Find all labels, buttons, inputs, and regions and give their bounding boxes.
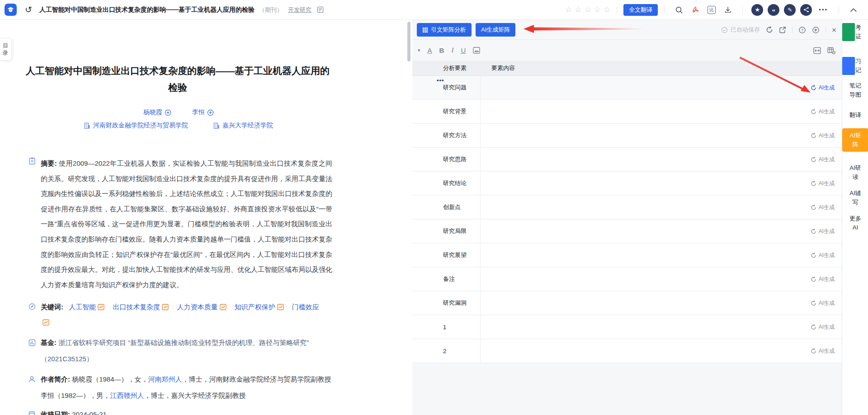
star-icon[interactable]: ☆ <box>575 5 581 14</box>
compare-icon[interactable]: 比 <box>707 5 716 14</box>
author-link[interactable]: 李恒 <box>192 108 214 117</box>
back-icon[interactable]: ↺ <box>25 5 32 14</box>
table-settings-icon[interactable] <box>827 47 835 54</box>
more-icon[interactable]: ••• <box>819 6 828 13</box>
help-icon[interactable]: ? <box>798 26 806 34</box>
favorite-icon[interactable]: ★ <box>751 4 763 16</box>
table-columns-icon[interactable] <box>813 47 821 54</box>
sidebar-tab-ai-reading[interactable]: AI研读 <box>842 162 868 183</box>
ai-generate-matrix-button[interactable]: AI生成矩阵 <box>476 23 515 37</box>
keyword-trend-icon[interactable] <box>277 304 284 310</box>
ai-generate-button[interactable]: AI生成 <box>811 76 835 100</box>
row-content-cell[interactable] <box>481 196 842 219</box>
keyword-trend-icon[interactable] <box>162 304 169 310</box>
fund-text[interactable]: 浙江省软科学研究项目 “新型基础设施推动制造业转型升级的机理、路径与策略研究”（… <box>41 339 309 363</box>
font-color-button[interactable]: A <box>428 47 432 54</box>
row-content-cell[interactable] <box>481 267 842 291</box>
topbar: ↺ 人工智能对中国制造业出口技术复杂度的影响——基于工业机器人应用的检验 （期刊… <box>0 0 868 20</box>
italic-button[interactable]: I <box>451 47 453 54</box>
ai-generate-button[interactable]: AI生成 <box>811 315 835 339</box>
row-label: 研究结论 <box>412 172 481 195</box>
affiliation-link[interactable]: 河南财政金融学院经济与贸易学院 <box>84 121 188 130</box>
bio-place-link[interactable]: 河南郑州人 <box>148 375 182 383</box>
ai-generate-button[interactable]: AI生成 <box>811 172 835 196</box>
row-content-cell[interactable] <box>481 100 842 123</box>
ai-generate-button[interactable]: AI生成 <box>811 291 835 315</box>
divider <box>664 6 665 14</box>
quote-icon[interactable]: “ <box>768 4 779 16</box>
star-icon[interactable]: ☆ <box>604 5 610 14</box>
ai-generate-button[interactable]: AI生成 <box>811 339 835 363</box>
keyword-trend-icon[interactable] <box>220 304 226 310</box>
ai-generate-button[interactable]: AI生成 <box>811 124 835 148</box>
row-content-cell[interactable] <box>481 291 842 315</box>
row-label: 研究展望 <box>412 243 481 267</box>
insert-image-icon[interactable] <box>473 47 480 54</box>
row-content-cell[interactable] <box>481 315 842 339</box>
keyword-link[interactable]: 出口技术复杂度 <box>113 303 160 311</box>
ai-generate-button[interactable]: AI生成 <box>811 196 835 219</box>
tutorial-video-icon[interactable] <box>812 26 820 34</box>
row-content-cell[interactable] <box>481 172 842 195</box>
journal-info-icon[interactable] <box>317 6 324 13</box>
underline-button[interactable]: U <box>461 47 466 54</box>
row-content-cell[interactable] <box>481 124 842 147</box>
column-header: 要素内容 <box>481 61 842 75</box>
sidebar-tab-study-notes[interactable]: 学习笔记 <box>842 55 868 77</box>
keyword-trend-icon[interactable] <box>98 304 104 310</box>
citation-matrix-button[interactable]: 引文矩阵分析 <box>417 23 472 37</box>
keyword-link[interactable]: 人工智能 <box>69 303 96 311</box>
sidebar-tab-ai-matrix[interactable]: AI矩阵 <box>842 128 868 152</box>
row-label: 1 <box>412 315 481 339</box>
note-icon[interactable]: ✎ <box>784 4 796 16</box>
row-menu-icon[interactable]: ••• <box>437 77 444 84</box>
tab-indicator <box>842 57 855 75</box>
sidebar-tab-more-ai[interactable]: 更多AI <box>842 212 868 234</box>
app-logo-icon[interactable] <box>5 4 17 16</box>
search-icon[interactable] <box>675 5 684 14</box>
star-icon[interactable]: ☆ <box>594 5 601 14</box>
pdf-icon[interactable] <box>691 5 700 14</box>
star-icon[interactable]: ☆ <box>565 5 572 14</box>
close-icon[interactable]: × <box>832 26 836 34</box>
ai-matrix-panel: 引文矩阵分析 AI生成矩阵 已自动保存 ? <box>412 20 842 415</box>
row-content-cell[interactable] <box>481 339 842 363</box>
ai-generate-button[interactable]: AI生成 <box>811 148 835 172</box>
affiliation-link[interactable]: 嘉兴大学经济学院 <box>213 121 273 130</box>
ai-generate-button[interactable]: AI生成 <box>811 243 835 267</box>
row-content-cell[interactable] <box>481 76 842 99</box>
chevron-down-icon[interactable]: ▾ <box>418 47 420 53</box>
journal-link[interactable]: 开发研究 <box>288 6 311 14</box>
ai-generate-button[interactable]: AI生成 <box>811 267 835 291</box>
sidebar-tab-ai-writing[interactable]: AI辅写 <box>842 187 868 209</box>
export-icon[interactable] <box>779 26 786 33</box>
refresh-icon[interactable] <box>766 26 773 33</box>
bold-button[interactable]: B <box>439 47 444 54</box>
row-content-cell[interactable] <box>481 243 842 267</box>
sidebar-tab-translate[interactable]: 翻译 <box>842 109 868 121</box>
star-icon[interactable]: ☆ <box>585 5 591 14</box>
collapse-icon[interactable] <box>849 5 858 14</box>
keyword-link[interactable]: 人力资本质量 <box>177 303 218 311</box>
ai-generate-button[interactable]: AI生成 <box>811 100 835 124</box>
sidebar-tab-note-map[interactable]: 笔记导图 <box>842 79 868 101</box>
autosave-status: 已自动保存 <box>721 26 760 34</box>
column-header: 分析要素 <box>412 61 481 75</box>
keyword-link[interactable]: 门槛效应 <box>292 303 319 311</box>
author-link[interactable]: 杨晓霞 <box>143 108 171 117</box>
bio-place-link[interactable]: 江西赣州人 <box>110 392 144 399</box>
row-content-cell[interactable] <box>481 148 842 171</box>
ai-generate-button[interactable]: AI生成 <box>811 219 835 243</box>
toc-tab[interactable]: 目录 <box>0 38 12 61</box>
row-label: 创新点 <box>412 196 481 219</box>
keyword-trend-icon[interactable] <box>42 319 49 326</box>
download-icon[interactable] <box>723 5 732 14</box>
keyword-link[interactable]: 知识产权保护 <box>235 303 275 311</box>
share-icon[interactable] <box>800 4 812 16</box>
sidebar-tab-references[interactable]: 参考引证 <box>842 21 868 43</box>
full-text-translate-button[interactable]: 全文翻译 <box>623 4 658 16</box>
tab-indicator <box>842 23 855 41</box>
row-label: 研究局限 <box>412 219 481 243</box>
document-scrollbar[interactable] <box>407 22 410 61</box>
row-content-cell[interactable] <box>481 219 842 243</box>
